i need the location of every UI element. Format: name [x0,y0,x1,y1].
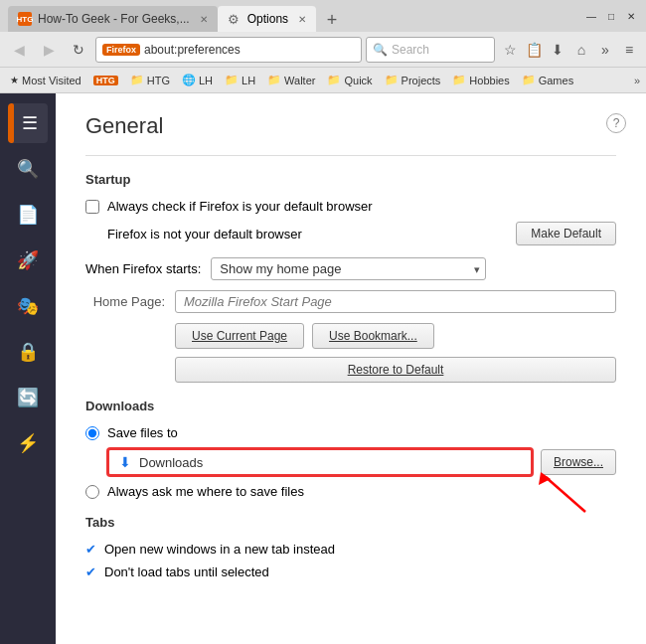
use-bookmark-button[interactable]: Use Bookmark... [312,323,434,349]
overflow-icon[interactable]: » [594,39,616,61]
sidebar-item-content[interactable]: 📄 [8,195,48,235]
menu-icon[interactable]: ≡ [618,39,640,61]
quick-icon: 📁 [327,74,341,86]
nav-bar: ◀ ▶ ↻ Firefox about:preferences 🔍 Startu… [0,32,646,68]
bookmark-lh-globe[interactable]: 🌐 LH [178,72,217,88]
hobbies-label: Hobbies [469,75,509,86]
divider [85,155,616,156]
games-label: Games [539,75,573,86]
sidebar-item-general[interactable]: ☰ [8,103,48,143]
tab2-close[interactable]: ✕ [298,14,306,25]
page-buttons-row: Use Current Page Use Bookmark... [175,323,616,349]
not-default-row: Firefox is not your default browser Make… [107,222,616,245]
close-button[interactable]: ✕ [624,9,638,23]
search-nav-icon: 🔍 [17,158,39,180]
lh-globe-icon: 🌐 [182,74,196,86]
tabs-title: Tabs [85,515,616,530]
htg-badge-icon: HTG [93,76,118,85]
bookmark-projects[interactable]: 📁 Projects [381,72,445,88]
options-favicon: ⚙ [228,12,242,26]
when-starts-label: When Firefox starts: [85,261,201,276]
sidebar-item-advanced[interactable]: ⚡ [8,423,48,463]
page-title: General [85,113,616,139]
when-starts-select-wrapper: Show my home page Show a blank page Show… [211,257,486,280]
games-icon: 📁 [522,74,536,86]
use-current-page-button[interactable]: Use Current Page [175,323,304,349]
forward-button[interactable]: ▶ [36,37,62,63]
tab-how-to-geek[interactable]: HTG How-To Geek - For Geeks,... ✕ [8,6,218,32]
sidebar-item-security[interactable]: 🔒 [8,332,48,372]
title-bar: HTG How-To Geek - For Geeks,... ✕ ⚙ Opti… [0,0,646,32]
downloads-folder-label: Downloads [139,455,203,470]
reload-button[interactable]: ↻ [66,37,91,63]
content-icon: 📄 [17,204,39,226]
sidebar: ☰ 🔍 📄 🚀 🎭 🔒 🔄 ⚡ [0,93,56,644]
new-tab-button[interactable]: + [320,8,344,32]
firefox-badge: Firefox [102,44,140,56]
save-page-icon[interactable]: 📋 [523,39,545,61]
bookmarks-overflow[interactable]: » [634,75,640,86]
advanced-icon: ⚡ [17,432,39,454]
open-new-windows-label: Open new windows in a new tab instead [104,542,335,557]
quick-label: Quick [344,75,372,86]
maximize-button[interactable]: □ [604,9,618,23]
minimize-button[interactable]: — [584,9,598,23]
walter-label: Walter [284,75,315,86]
not-default-text: Firefox is not your default browser [107,227,302,242]
save-files-radio[interactable] [85,426,99,440]
when-starts-select[interactable]: Show my home page Show a blank page Show… [211,257,486,280]
tab1-label: How-To Geek - For Geeks,... [38,12,190,26]
when-starts-row: When Firefox starts: Show my home page S… [85,257,616,280]
default-browser-checkbox[interactable] [85,200,99,214]
always-ask-radio[interactable] [85,485,99,499]
address-bar[interactable]: Firefox about:preferences [95,37,362,63]
bookmark-most-visited[interactable]: ★ Most Visited [6,73,85,88]
tabs-section: Tabs ✔ Open new windows in a new tab ins… [85,515,616,579]
dont-load-tabs-row: ✔ Don't load tabs until selected [85,564,616,579]
home-icon[interactable]: ⌂ [570,39,592,61]
home-page-input[interactable] [175,290,616,313]
bookmark-games[interactable]: 📁 Games [518,72,577,88]
open-new-windows-row: ✔ Open new windows in a new tab instead [85,542,616,557]
projects-icon: 📁 [385,74,399,86]
sidebar-item-privacy[interactable]: 🎭 [8,286,48,326]
sidebar-item-applications[interactable]: 🚀 [8,241,48,280]
bookmark-hobbies[interactable]: 📁 Hobbies [448,72,513,88]
lh-folder-label: LH [242,75,255,86]
downloads-section: Downloads Save files to ⬇ Downloads Brow… [85,399,616,499]
active-indicator [11,103,14,143]
tab-group: HTG How-To Geek - For Geeks,... ✕ ⚙ Opti… [8,0,580,32]
default-browser-row: Always check if Firefox is your default … [85,199,616,214]
make-default-button[interactable]: Make Default [516,222,616,245]
browse-button[interactable]: Browse... [541,449,616,475]
default-browser-label: Always check if Firefox is your default … [107,199,373,214]
search-icon: 🔍 [373,43,388,57]
bookmark-walter[interactable]: 📁 Walter [263,72,319,88]
check-icon-1: ✔ [85,542,96,557]
bookmark-star-icon[interactable]: ☆ [499,39,521,61]
lh-folder-icon: 📁 [225,74,239,86]
tab1-close[interactable]: ✕ [200,14,208,25]
restore-default-button[interactable]: Restore to Default [175,357,616,383]
browse-container: Browse... [541,449,616,475]
search-label: Search [392,43,429,57]
sidebar-item-sync[interactable]: 🔄 [8,378,48,417]
download-icon[interactable]: ⬇ [547,39,568,61]
back-button[interactable]: ◀ [6,37,32,63]
bookmarks-bar: ★ Most Visited HTG 📁 HTG 🌐 LH 📁 LH 📁 Wal… [0,68,646,93]
bookmark-htg-1[interactable]: HTG [89,74,122,87]
home-page-label: Home Page: [85,294,165,309]
htg-favicon: HTG [18,12,32,26]
help-icon[interactable]: ? [606,113,626,133]
sidebar-item-search[interactable]: 🔍 [8,149,48,189]
downloads-folder-field[interactable]: ⬇ Downloads [107,448,533,476]
address-text: about:preferences [144,43,241,57]
privacy-icon: 🎭 [17,295,39,317]
tab-options[interactable]: ⚙ Options ✕ [218,6,316,32]
sync-icon: 🔄 [17,387,39,408]
bookmark-lh-folder[interactable]: 📁 LH [221,72,259,88]
search-bar[interactable]: 🔍 Startup Search [366,37,495,63]
bookmark-quick[interactable]: 📁 Quick [323,72,376,88]
main-layout: ☰ 🔍 📄 🚀 🎭 🔒 🔄 ⚡ General ? Startup [0,93,646,644]
bookmark-htg-folder[interactable]: 📁 HTG [126,72,174,88]
